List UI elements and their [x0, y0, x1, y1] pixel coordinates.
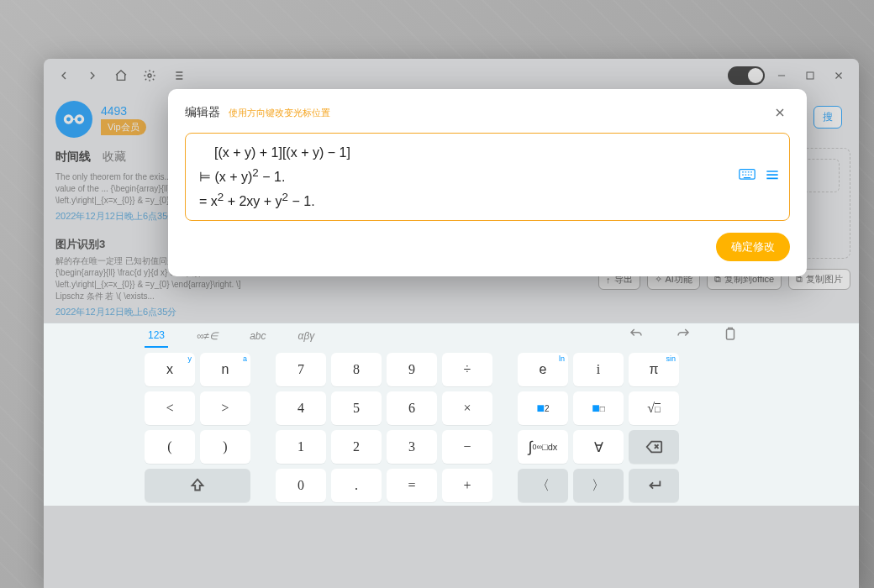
key-plus[interactable]: +: [442, 469, 492, 502]
key-square[interactable]: ■2: [518, 391, 568, 425]
modal-close-button[interactable]: [770, 102, 790, 123]
key-gt[interactable]: >: [200, 391, 250, 425]
key-divide[interactable]: ÷: [442, 353, 492, 386]
history-time: 2022年12月12日晚上6点35分: [55, 306, 250, 318]
svg-point-0: [148, 74, 151, 77]
svg-rect-1: [807, 72, 813, 79]
menu-icon[interactable]: [764, 166, 781, 188]
formula-line-1: [(x + y) + 1][(x + y) − 1]: [199, 142, 776, 164]
key-e[interactable]: eln: [518, 353, 568, 386]
key-forall[interactable]: ∀: [573, 430, 624, 464]
key-integral[interactable]: ∫0∞□dx: [518, 430, 568, 464]
key-left[interactable]: 〈: [518, 469, 568, 502]
key-x[interactable]: xy: [145, 353, 195, 386]
keyboard-icon[interactable]: [739, 166, 756, 188]
home-button[interactable]: [109, 64, 133, 87]
key-9[interactable]: 9: [387, 353, 437, 386]
virtual-keyboard: 123 ∞≠∈ abc αβγ xy na < > ( ) 7 8 9 ÷ 4 …: [44, 323, 859, 506]
formula-line-2: ⊨ (x + y)2 − 1.: [199, 164, 776, 188]
svg-rect-8: [727, 329, 734, 339]
key-enter[interactable]: [629, 469, 679, 502]
key-4[interactable]: 4: [276, 391, 326, 425]
key-2[interactable]: 2: [331, 430, 382, 464]
modal-title: 编辑器: [185, 105, 220, 120]
key-right[interactable]: 〉: [573, 469, 624, 502]
editor-modal: 编辑器 使用方向键改变光标位置 [(x + y) + 1][(x + y) − …: [168, 89, 807, 276]
settings-button[interactable]: [138, 64, 161, 87]
key-8[interactable]: 8: [331, 353, 382, 386]
back-button[interactable]: [52, 64, 76, 87]
redo-button[interactable]: [672, 323, 694, 348]
tab-timeline[interactable]: 时间线: [55, 150, 91, 165]
kbd-tab-numeric[interactable]: 123: [145, 324, 168, 348]
key-7[interactable]: 7: [276, 353, 326, 386]
key-minus[interactable]: −: [442, 430, 492, 464]
key-dot[interactable]: .: [331, 469, 382, 502]
key-lparen[interactable]: (: [145, 430, 195, 464]
key-i[interactable]: i: [573, 353, 624, 386]
kbd-tab-abc[interactable]: abc: [246, 325, 269, 347]
kbd-tab-greek[interactable]: αβγ: [295, 325, 319, 347]
key-shift[interactable]: [145, 469, 250, 502]
username: 4493: [101, 104, 146, 118]
key-multiply[interactable]: ×: [442, 391, 492, 425]
vip-badge: Vip会员: [101, 119, 146, 135]
svg-rect-6: [72, 118, 75, 120]
search-button[interactable]: 搜: [813, 106, 842, 129]
key-6[interactable]: 6: [387, 391, 437, 425]
formula-line-3: = x2 + 2xy + y2 − 1.: [199, 188, 776, 213]
svg-point-4: [66, 118, 71, 122]
history-title: 图片识别3: [55, 237, 105, 252]
titlebar: [44, 59, 859, 92]
minimize-button[interactable]: [770, 64, 793, 87]
key-backspace[interactable]: [629, 430, 679, 464]
undo-button[interactable]: [625, 323, 647, 348]
key-pi[interactable]: πsin: [629, 353, 679, 386]
forward-button[interactable]: [81, 64, 104, 87]
close-window-button[interactable]: [827, 64, 850, 87]
key-0[interactable]: 0: [276, 469, 326, 502]
tab-favorites[interactable]: 收藏: [103, 150, 126, 165]
key-sqrt[interactable]: √□: [629, 391, 679, 425]
paste-button[interactable]: [719, 323, 741, 348]
key-lt[interactable]: <: [145, 391, 195, 425]
key-5[interactable]: 5: [331, 391, 382, 425]
maximize-button[interactable]: [798, 64, 822, 87]
key-equals[interactable]: =: [387, 469, 437, 502]
svg-point-5: [77, 118, 82, 122]
key-power[interactable]: ■□: [573, 391, 624, 425]
formula-editor[interactable]: [(x + y) + 1][(x + y) − 1] ⊨ (x + y)2 − …: [185, 133, 790, 221]
dark-mode-toggle[interactable]: [728, 66, 765, 85]
modal-hint: 使用方向键改变光标位置: [229, 107, 330, 119]
confirm-button[interactable]: 确定修改: [716, 233, 790, 261]
key-n[interactable]: na: [200, 353, 250, 386]
kbd-tab-symbols[interactable]: ∞≠∈: [193, 325, 221, 347]
key-rparen[interactable]: ): [200, 430, 250, 464]
list-button[interactable]: [166, 64, 190, 87]
avatar: [55, 101, 92, 138]
key-1[interactable]: 1: [276, 430, 326, 464]
key-3[interactable]: 3: [387, 430, 437, 464]
